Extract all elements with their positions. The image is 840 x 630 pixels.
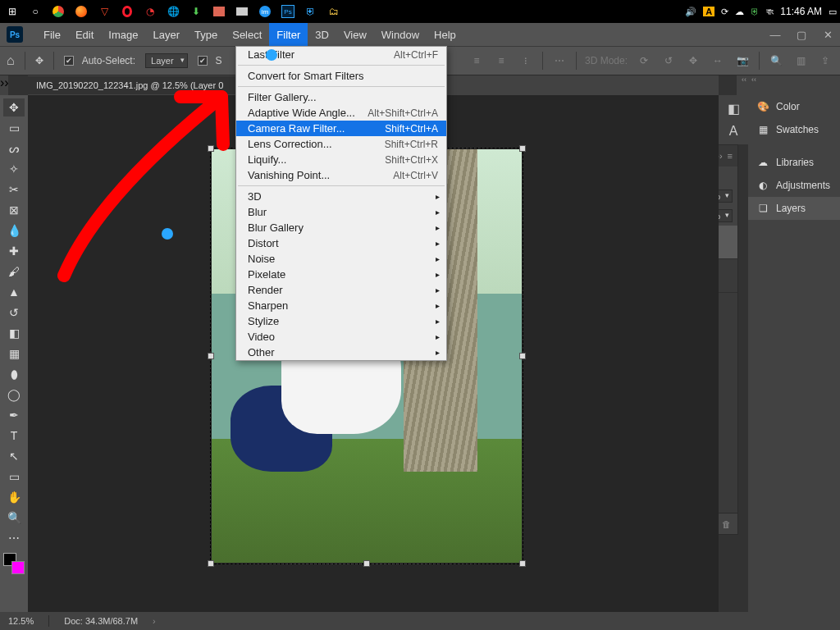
menu-item-noise[interactable]: Noise	[236, 251, 446, 267]
home-icon[interactable]: ⌂	[7, 53, 15, 68]
menu-item-blur[interactable]: Blur	[236, 204, 446, 220]
3d-rotate-icon[interactable]: ⟳	[636, 52, 652, 69]
menu-item-camera-raw-filter[interactable]: Camera Raw Filter...Shift+Ctrl+A	[236, 121, 446, 136]
right-panels-handle[interactable]: ‹‹	[748, 75, 840, 95]
type-tool-icon[interactable]: T	[3, 427, 25, 445]
gradient-tool-icon[interactable]: ▦	[3, 345, 25, 363]
action-center-icon[interactable]: ▭	[829, 7, 837, 17]
menu-item-blur-gallery[interactable]: Blur Gallery	[236, 220, 446, 235]
panel-swatches[interactable]: ▦Swatches	[748, 118, 840, 141]
menu-type[interactable]: Type	[187, 23, 225, 46]
share-icon[interactable]: ⇪	[817, 52, 833, 69]
maximize-button[interactable]: ▢	[789, 25, 814, 43]
opera-icon[interactable]	[118, 3, 136, 20]
panel-layers[interactable]: ❏Layers	[748, 197, 840, 220]
quick-select-tool-icon[interactable]: ✧	[3, 160, 25, 178]
dodge-tool-icon[interactable]: ◯	[3, 386, 25, 404]
brush-tool-icon[interactable]: 🖌	[3, 262, 25, 281]
menu-3d[interactable]: 3D	[308, 23, 336, 46]
menu-item-pixelate[interactable]: Pixelate	[236, 267, 446, 282]
3d-roll-icon[interactable]: ↺	[660, 52, 677, 69]
frame-tool-icon[interactable]: ⊠	[3, 201, 25, 219]
more-icon[interactable]: ⋯	[551, 52, 568, 69]
browser-icon[interactable]: ◔	[141, 3, 159, 20]
path-tool-icon[interactable]: ↖	[3, 447, 25, 465]
document-tab[interactable]: IMG_20190220_122341.jpg @ 12.5% (Layer 0	[28, 76, 238, 94]
menu-item-convert-smart[interactable]: Convert for Smart Filters	[236, 68, 446, 84]
panel-adjustments[interactable]: ◐Adjustments	[748, 174, 840, 197]
menu-window[interactable]: Window	[374, 23, 427, 46]
menu-item-stylize[interactable]: Stylize	[236, 313, 446, 329]
chrome-icon[interactable]	[49, 3, 67, 20]
edit-toolbar-icon[interactable]: ⋯	[3, 529, 25, 547]
healing-tool-icon[interactable]: ✚	[3, 242, 25, 260]
menu-item-liquify[interactable]: Liquify...Shift+Ctrl+X	[236, 152, 446, 167]
workspace-icon[interactable]: ▥	[792, 52, 809, 69]
toolbox-handle[interactable]: ››	[0, 75, 8, 95]
ime-lang[interactable]: বাং	[766, 7, 774, 17]
cortana-icon[interactable]: ○	[26, 3, 44, 20]
3d-pan-icon[interactable]: ✥	[685, 52, 701, 69]
menu-file[interactable]: File	[36, 23, 68, 46]
right-strip-handle[interactable]: ‹‹	[737, 75, 748, 95]
menu-edit[interactable]: Edit	[68, 23, 101, 46]
menu-help[interactable]: Help	[427, 23, 463, 46]
photoshop-taskbar-icon[interactable]: Ps	[279, 3, 297, 20]
start-icon[interactable]: ⊞	[3, 3, 21, 20]
editor-icon[interactable]	[210, 3, 228, 20]
crop-tool-icon[interactable]: ✂	[3, 180, 25, 199]
status-chevron-icon[interactable]: ›	[153, 616, 156, 626]
menu-item-lens-correction[interactable]: Lens Correction...Shift+Ctrl+R	[236, 136, 446, 152]
menu-item-render[interactable]: Render	[236, 282, 446, 298]
zoom-tool-icon[interactable]: 🔍	[3, 509, 25, 527]
globe-icon[interactable]: 🌐	[164, 3, 182, 20]
clock[interactable]: 11:46 AM	[780, 6, 822, 17]
menu-view[interactable]: View	[336, 23, 374, 46]
blur-tool-icon[interactable]: ⬮	[3, 365, 25, 383]
imo-icon[interactable]: im	[256, 3, 274, 20]
menu-item-video[interactable]: Video	[236, 329, 446, 345]
distribute-icon[interactable]: ⫶	[518, 52, 534, 69]
brave-icon[interactable]: ▽	[95, 3, 113, 20]
explorer-icon[interactable]: 🗂	[325, 3, 343, 20]
menu-item-vanishing-point[interactable]: Vanishing Point...Alt+Ctrl+V	[236, 167, 446, 183]
shape-tool-icon[interactable]: ▭	[3, 468, 25, 486]
3d-slide-icon[interactable]: ↔	[710, 52, 726, 69]
menu-item-filter-gallery[interactable]: Filter Gallery...	[236, 89, 446, 105]
panel-menu-icon[interactable]: ≡	[728, 151, 733, 161]
auto-select-dropdown[interactable]: Layer	[145, 53, 188, 68]
network-icon[interactable]: ☁	[735, 7, 744, 17]
minimize-button[interactable]: —	[763, 25, 788, 43]
sync-icon[interactable]: ⟳	[721, 7, 728, 17]
menu-item-other[interactable]: Other	[236, 345, 446, 360]
doc-size[interactable]: Doc: 34.3M/68.7M	[64, 616, 138, 626]
auto-select-toggle[interactable]: ✔Auto-Select:	[64, 55, 135, 66]
panel-color[interactable]: 🎨Color	[748, 95, 840, 118]
delete-layer-icon[interactable]: 🗑	[722, 519, 731, 529]
menu-filter[interactable]: Filter	[269, 23, 308, 46]
sound-icon[interactable]: 🔊	[685, 7, 696, 17]
menu-image[interactable]: Image	[101, 23, 145, 46]
lasso-tool-icon[interactable]: ᔕ	[3, 139, 25, 158]
show-transform-toggle[interactable]: ✔S	[198, 55, 222, 66]
eraser-tool-icon[interactable]: ◧	[3, 324, 25, 342]
menu-item-adaptive-wide-angle[interactable]: Adaptive Wide Angle...Alt+Shift+Ctrl+A	[236, 105, 446, 121]
align-icon-2[interactable]: ≡	[493, 52, 509, 69]
stamp-tool-icon[interactable]: ▲	[3, 283, 25, 301]
menu-select[interactable]: Select	[225, 23, 269, 46]
eyedropper-tool-icon[interactable]: 💧	[3, 221, 25, 240]
menu-item-last-filter[interactable]: Last FilterAlt+Ctrl+F	[236, 47, 446, 62]
menu-item-3d[interactable]: 3D	[236, 189, 446, 204]
close-button[interactable]: ✕	[815, 25, 840, 43]
panel-libraries[interactable]: ☁Libraries	[748, 151, 840, 174]
search-icon[interactable]: 🔍	[768, 52, 784, 69]
lang-indicator-icon[interactable]: A	[703, 7, 714, 16]
menu-item-distort[interactable]: Distort	[236, 235, 446, 251]
shield-icon[interactable]: ⛨	[302, 3, 320, 20]
color-swatches[interactable]	[3, 553, 25, 574]
character-icon[interactable]: A	[724, 123, 742, 139]
defender-icon[interactable]: ⛨	[751, 7, 760, 16]
menu-item-sharpen[interactable]: Sharpen	[236, 298, 446, 313]
pen-tool-icon[interactable]: ✒	[3, 406, 25, 424]
menu-layer[interactable]: Layer	[146, 23, 188, 46]
